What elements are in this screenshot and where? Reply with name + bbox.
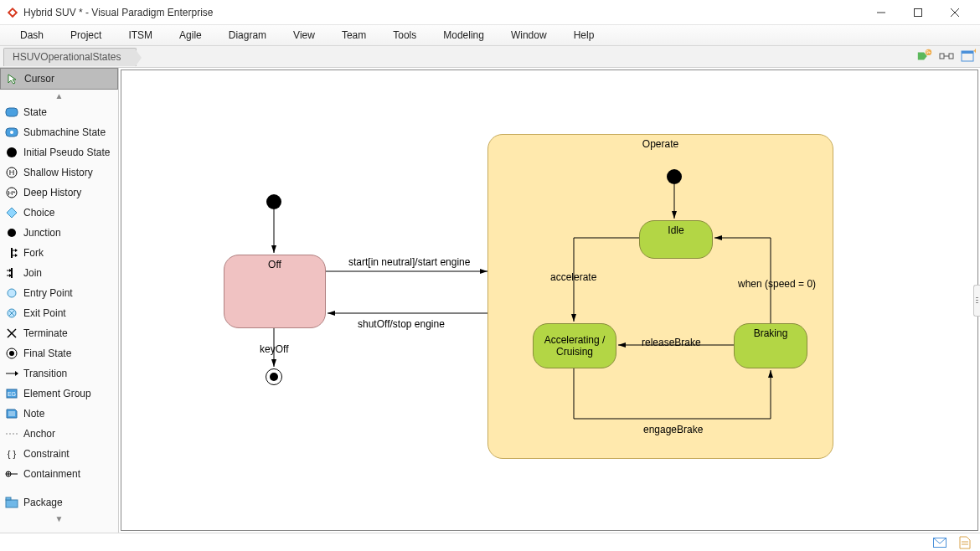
tool-palette: Cursor ▲ State Submachine State Initial … — [0, 68, 119, 533]
palette-initial-pseudo-state[interactable]: Initial Pseudo State — [0, 142, 118, 162]
palette-note[interactable]: Note — [0, 404, 118, 424]
close-button[interactable] — [936, 1, 973, 24]
palette-label: Containment — [23, 468, 80, 480]
state-label: Accelerating / Cruising — [537, 334, 612, 358]
mail-icon[interactable] — [931, 534, 948, 551]
state-off[interactable]: Off — [224, 255, 326, 328]
palette-containment[interactable]: Containment — [0, 464, 118, 484]
palette-package[interactable]: Package — [0, 492, 118, 512]
state-icon — [5, 106, 18, 119]
transition-label-release: releaseBrake — [642, 337, 701, 348]
menu-agile[interactable]: Agile — [166, 27, 215, 44]
menu-diagram[interactable]: Diagram — [215, 27, 280, 44]
final-state[interactable] — [266, 368, 282, 385]
svg-point-42 — [9, 351, 14, 356]
menu-project[interactable]: Project — [57, 27, 115, 44]
palette-collapse-up[interactable]: ▲ — [0, 90, 118, 102]
palette-shallow-history[interactable]: H Shallow History — [0, 162, 118, 183]
palette-expand-down[interactable]: ▼ — [0, 512, 118, 525]
minimize-button[interactable] — [863, 1, 900, 24]
palette-junction[interactable]: Junction — [0, 223, 118, 243]
menu-team[interactable]: Team — [328, 27, 379, 44]
palette-label: Deep History — [23, 187, 81, 198]
layout-tool-icon[interactable] — [938, 48, 955, 64]
palette-exit-point[interactable]: Exit Point — [0, 303, 118, 323]
tab-hsuv-operational-states[interactable]: HSUVOperationalStates — [3, 48, 137, 66]
palette-state[interactable]: State — [0, 102, 118, 122]
state-label: Idle — [668, 224, 683, 236]
palette-label: Choice — [23, 207, 54, 219]
initial-state-icon — [5, 146, 18, 159]
fork-icon — [5, 246, 18, 260]
join-icon — [5, 266, 18, 280]
canvas-scroll-handle[interactable] — [973, 285, 980, 317]
containment-icon — [5, 467, 18, 481]
menu-window[interactable]: Window — [498, 27, 560, 44]
svg-text:9+: 9+ — [926, 50, 931, 54]
state-braking[interactable]: Braking — [734, 323, 807, 368]
choice-icon — [5, 206, 18, 219]
state-idle[interactable]: Idle — [639, 220, 713, 259]
menu-modeling[interactable]: Modeling — [430, 27, 498, 44]
svg-rect-15 — [6, 108, 18, 116]
palette-join[interactable]: Join — [0, 263, 118, 283]
svg-point-24 — [8, 229, 16, 237]
svg-marker-29 — [15, 254, 18, 257]
palette-choice[interactable]: Choice — [0, 203, 118, 223]
palette-transition[interactable]: Transition — [0, 363, 118, 384]
palette-submachine-state[interactable]: Submachine State — [0, 122, 118, 142]
composite-label: Operate — [488, 138, 833, 150]
maximize-button[interactable] — [900, 1, 936, 24]
menu-itsm[interactable]: ITSM — [115, 27, 166, 44]
transition-label-start: start[in neutral]/start engine — [348, 256, 470, 268]
document-icon[interactable] — [957, 534, 973, 551]
svg-text:H: H — [9, 168, 15, 177]
state-accelerating-cruising[interactable]: Accelerating / Cruising — [533, 323, 616, 368]
palette-terminate[interactable]: Terminate — [0, 323, 118, 343]
window-titlebar: Hybrid SUV * - Visual Paradigm Enterpris… — [0, 0, 980, 25]
palette-label: State — [23, 106, 47, 118]
palette-element-group[interactable]: EG Element Group — [0, 384, 118, 404]
window-title: Hybrid SUV * - Visual Paradigm Enterpris… — [23, 7, 863, 18]
palette-label: Join — [23, 267, 42, 279]
deep-history-icon: H* — [5, 186, 18, 199]
palette-label: Initial Pseudo State — [23, 147, 110, 158]
transition-label-shutoff: shutOff/stop engine — [358, 318, 445, 330]
palette-label: Junction — [23, 227, 61, 239]
shallow-history-icon: H — [5, 166, 18, 179]
palette-anchor[interactable]: Anchor — [0, 424, 118, 444]
terminate-icon — [5, 327, 18, 340]
palette-entry-point[interactable]: Entry Point — [0, 283, 118, 303]
svg-marker-44 — [15, 371, 18, 376]
initial-pseudostate-outer[interactable] — [266, 194, 281, 209]
palette-label: Shallow History — [23, 167, 93, 178]
initial-pseudostate-inner[interactable] — [667, 169, 682, 184]
transition-icon — [5, 367, 18, 380]
svg-rect-12 — [962, 51, 973, 54]
anchor-icon — [5, 427, 18, 440]
palette-cursor[interactable]: Cursor — [0, 68, 118, 90]
menubar: Dash Project ITSM Agile Diagram View Tea… — [0, 25, 980, 46]
share-badge-icon[interactable]: 9+ — [916, 48, 933, 64]
palette-label: Package — [23, 497, 63, 508]
palette-label: Constraint — [23, 448, 70, 460]
palette-label: Exit Point — [23, 307, 66, 319]
menu-help[interactable]: Help — [560, 27, 608, 44]
palette-deep-history[interactable]: H* Deep History — [0, 183, 118, 203]
menu-dash[interactable]: Dash — [7, 27, 57, 44]
svg-rect-3 — [915, 8, 922, 16]
transition-label-whenspeed: when (speed = 0) — [738, 278, 816, 290]
new-diagram-icon[interactable]: ✦ — [960, 48, 977, 64]
svg-rect-8 — [940, 54, 944, 59]
palette-constraint[interactable]: { } Constraint — [0, 444, 118, 464]
svg-point-35 — [8, 289, 16, 297]
palette-final-state[interactable]: Final State — [0, 343, 118, 363]
palette-label: Terminate — [23, 327, 68, 339]
palette-fork[interactable]: Fork — [0, 243, 118, 263]
composite-state-operate[interactable]: Operate — [487, 134, 833, 459]
menu-view[interactable]: View — [280, 27, 328, 44]
menu-tools[interactable]: Tools — [379, 27, 430, 44]
svg-rect-9 — [949, 54, 953, 59]
final-state-icon — [5, 347, 18, 360]
diagram-canvas[interactable]: Operate Off Idle Accelerating / Cruising… — [121, 70, 978, 531]
